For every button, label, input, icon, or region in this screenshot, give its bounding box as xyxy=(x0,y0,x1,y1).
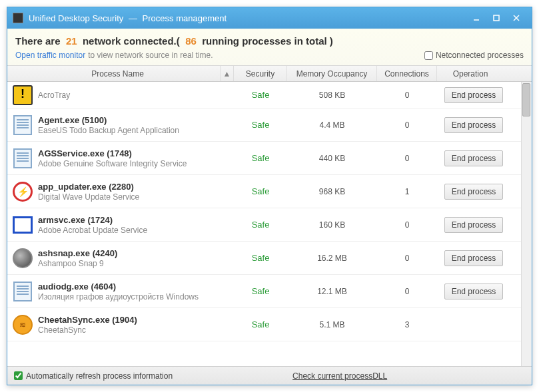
end-process-button[interactable]: End process xyxy=(444,117,504,133)
operation-cell: End process xyxy=(437,150,510,166)
security-status: Safe xyxy=(234,220,287,230)
security-status: Safe xyxy=(234,90,287,100)
col-connections[interactable]: Connections xyxy=(377,66,437,81)
table-row[interactable]: CheetahSync.exe (1904)CheetahSyncSafe5.1… xyxy=(7,308,532,341)
app-section: Process management xyxy=(143,13,227,23)
end-process-button[interactable]: End process xyxy=(444,284,504,299)
summary-suffix: running processes in total ) xyxy=(202,35,333,47)
operation-cell: End process xyxy=(437,117,510,133)
process-description: CheetahSync xyxy=(38,325,234,335)
end-process-button[interactable]: End process xyxy=(444,87,504,103)
connections-value: 0 xyxy=(377,220,437,230)
close-button[interactable] xyxy=(506,11,526,25)
window-title: Unified Desktop Security — Process manag… xyxy=(29,13,466,23)
end-process-button[interactable]: End process xyxy=(444,250,504,266)
auto-refresh-checkbox[interactable]: Automatically refresh process informatio… xyxy=(14,371,173,381)
summary-line2: Open traffic monitor to view network sou… xyxy=(15,51,524,60)
summary-mid: network connected.( xyxy=(83,35,180,47)
col-security[interactable]: Security xyxy=(234,66,287,81)
process-title: CheetahSync.exe (1904) xyxy=(38,315,234,325)
process-icon xyxy=(11,247,34,270)
operation-cell: End process xyxy=(437,184,510,200)
security-status: Safe xyxy=(234,319,287,329)
process-name-cell: app_updater.exe (2280)Digital Wave Updat… xyxy=(38,182,234,202)
app-name: Unified Desktop Security xyxy=(29,13,123,23)
process-description: Изоляция графов аудиоустройств Windows xyxy=(38,292,234,301)
security-status: Safe xyxy=(234,120,287,130)
netconnected-label: Netconnected processes xyxy=(436,51,524,60)
table-row[interactable]: app_updater.exe (2280)Digital Wave Updat… xyxy=(7,175,532,208)
sort-indicator-icon[interactable]: ▲ xyxy=(221,66,234,81)
process-title: app_updater.exe (2280) xyxy=(38,182,234,192)
table-header: Process Name ▲ Security Memory Occupancy… xyxy=(7,66,532,82)
process-name-cell: audiodg.exe (4604)Изоляция графов аудиоу… xyxy=(38,282,234,301)
netconnected-checkbox[interactable]: Netconnected processes xyxy=(424,51,524,60)
table-row[interactable]: ashsnap.exe (4240)Ashampoo Snap 9Safe16.… xyxy=(7,242,532,275)
process-title: armsvc.exe (1724) xyxy=(38,215,234,225)
summary-text: There are 21 network connected.( 86 runn… xyxy=(15,35,524,47)
end-process-button[interactable]: End process xyxy=(444,217,504,233)
table-row[interactable]: audiodg.exe (4604)Изоляция графов аудиоу… xyxy=(7,275,532,308)
check-dll-link[interactable]: Check current processDLL xyxy=(292,371,387,381)
table-row[interactable]: AcroTraySafe508 KB0End process xyxy=(7,82,532,108)
col-memory[interactable]: Memory Occupancy xyxy=(287,66,377,81)
title-separator: — xyxy=(129,13,137,23)
scrollbar-track[interactable] xyxy=(521,82,532,366)
open-traffic-monitor-link[interactable]: Open traffic monitor xyxy=(15,51,85,60)
auto-refresh-label: Automatically refresh process informatio… xyxy=(26,371,173,381)
process-name-cell: armsvc.exe (1724)Adobe Acrobat Update Se… xyxy=(38,215,234,235)
col-process-name[interactable]: Process Name xyxy=(7,66,221,81)
process-title: audiodg.exe (4604) xyxy=(38,282,234,292)
col-operation[interactable]: Operation xyxy=(437,66,504,81)
auto-refresh-input[interactable] xyxy=(14,371,23,380)
connections-value: 3 xyxy=(377,320,437,329)
connections-value: 0 xyxy=(377,254,437,263)
network-count: 21 xyxy=(66,35,77,47)
summary-bar: There are 21 network connected.( 86 runn… xyxy=(7,29,532,66)
svg-rect-1 xyxy=(494,15,499,21)
memory-value: 160 KB xyxy=(287,220,377,230)
minimize-button[interactable] xyxy=(466,11,486,25)
memory-value: 5.1 MB xyxy=(287,320,377,329)
scrollbar-thumb[interactable] xyxy=(522,83,530,116)
process-name-cell: AcroTray xyxy=(38,90,234,100)
end-process-button[interactable]: End process xyxy=(444,150,504,166)
titlebar[interactable]: Unified Desktop Security — Process manag… xyxy=(7,7,532,29)
memory-value: 440 KB xyxy=(287,154,377,163)
maximize-button[interactable] xyxy=(486,11,506,25)
operation-cell: End process xyxy=(437,250,510,266)
end-process-button[interactable]: End process xyxy=(444,184,504,200)
memory-value: 968 KB xyxy=(287,187,377,196)
memory-value: 16.2 MB xyxy=(287,254,377,263)
connections-value: 0 xyxy=(377,154,437,163)
connections-value: 0 xyxy=(377,120,437,130)
window-controls xyxy=(466,11,526,25)
process-description: Ashampoo Snap 9 xyxy=(38,259,234,268)
security-status: Safe xyxy=(234,153,287,163)
total-count: 86 xyxy=(185,35,197,47)
security-status: Safe xyxy=(234,286,287,296)
process-title: ashsnap.exe (4240) xyxy=(38,248,234,258)
security-status: Safe xyxy=(234,253,287,263)
process-icon xyxy=(11,147,34,170)
process-description: Adobe Genuine Software Integrity Service xyxy=(38,159,234,168)
connections-value: 0 xyxy=(377,287,437,296)
connections-value: 0 xyxy=(377,91,437,100)
process-name-cell: Agent.exe (5100)EaseUS Todo Backup Agent… xyxy=(38,115,234,135)
process-description: Adobe Acrobat Update Service xyxy=(38,226,234,235)
process-icon xyxy=(11,84,34,106)
memory-value: 12.1 MB xyxy=(287,287,377,296)
table-row[interactable]: armsvc.exe (1724)Adobe Acrobat Update Se… xyxy=(7,208,532,242)
process-icon xyxy=(11,280,34,303)
app-icon xyxy=(13,13,23,23)
process-icon xyxy=(11,180,34,203)
table-row[interactable]: AGSService.exe (1748)Adobe Genuine Softw… xyxy=(7,142,532,175)
process-icon xyxy=(11,313,34,336)
netconnected-checkbox-input[interactable] xyxy=(424,51,433,60)
process-description: AcroTray xyxy=(38,91,234,100)
process-title: AGSService.exe (1748) xyxy=(38,148,234,158)
connections-value: 1 xyxy=(377,187,437,196)
table-row[interactable]: Agent.exe (5100)EaseUS Todo Backup Agent… xyxy=(7,108,532,142)
summary-prefix: There are xyxy=(15,35,61,47)
operation-cell: End process xyxy=(437,87,510,103)
